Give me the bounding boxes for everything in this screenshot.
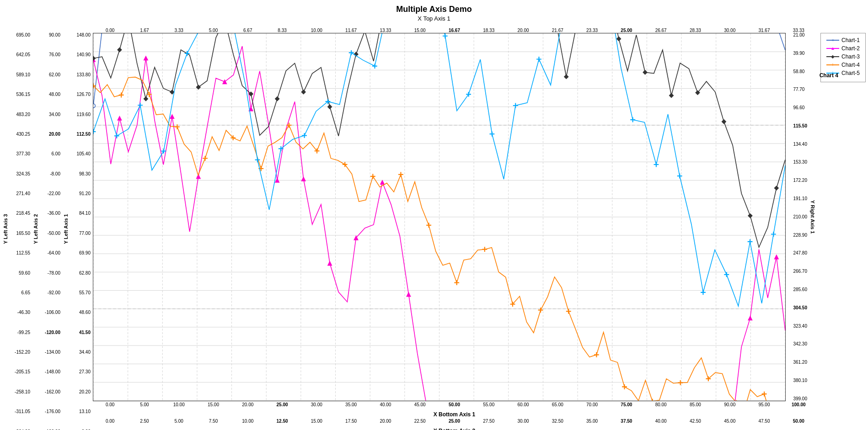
y-left-axis-2-label: Y Left Axis 2 xyxy=(32,24,39,430)
main-plot xyxy=(93,33,786,401)
svg-marker-121 xyxy=(669,93,674,98)
svg-marker-125 xyxy=(774,186,779,191)
y-left-axis-1-label: Y Left Axis 1 xyxy=(63,24,69,430)
svg-marker-97 xyxy=(748,315,753,320)
svg-marker-80 xyxy=(301,176,306,181)
svg-marker-84 xyxy=(406,292,411,297)
chart-title: Multiple Axis Demo xyxy=(396,5,472,14)
svg-marker-123 xyxy=(722,119,727,124)
y-right-axis-1: 21.0039.9058.8077.7096.60115.50134.40153… xyxy=(786,33,809,401)
svg-marker-103 xyxy=(196,85,201,90)
svg-marker-119 xyxy=(616,37,622,42)
x-top-axis-title: X Top Axis 1 xyxy=(418,15,450,22)
svg-marker-120 xyxy=(643,70,648,75)
svg-marker-74 xyxy=(144,55,149,60)
svg-marker-73 xyxy=(117,116,122,121)
svg-marker-124 xyxy=(748,213,753,218)
y-right-axis-1-label: Y Right Axis 1 xyxy=(809,33,816,401)
x-bottom-axis-1-label: X Bottom Axis 1 xyxy=(93,411,816,418)
svg-marker-98 xyxy=(774,255,779,260)
svg-marker-81 xyxy=(327,261,332,266)
svg-marker-101 xyxy=(144,96,149,101)
svg-marker-108 xyxy=(327,104,332,109)
y-left-axis-1: 148.00140.90133.80126.70119.60112.50105.… xyxy=(69,24,93,430)
y-left-axis-2: 90.0076.0062.0048.0034.0020.006.00-8.00-… xyxy=(39,24,63,430)
svg-marker-106 xyxy=(275,96,280,101)
y-left-axis-3: 695.00642.05589.10536.15483.20430.25377.… xyxy=(9,24,32,430)
x-bottom-axis-2-label: X Bottom Axis 2 xyxy=(93,428,816,430)
svg-marker-107 xyxy=(301,90,306,95)
svg-marker-117 xyxy=(564,74,569,79)
y-left-axis-3-label: Y Left Axis 3 xyxy=(2,24,9,430)
